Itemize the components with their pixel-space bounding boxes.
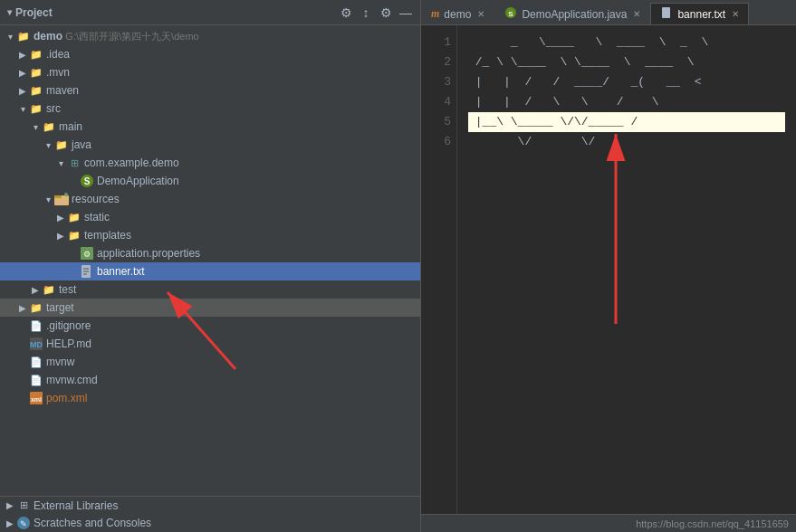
tab-close-m-demo[interactable]: ✕ [477, 9, 484, 19]
tree-item-demoapp[interactable]: S DemoApplication [0, 172, 420, 190]
tab-label-m-demo: demo [444, 8, 471, 21]
code-line-1: _ \____ \ ____ \ _ \ [468, 33, 785, 52]
svg-text:S: S [509, 10, 514, 18]
icon-folder-java: 📁 [54, 138, 69, 152]
tree-item-ext-libs[interactable]: ▶ ⊞ External Libraries [0, 496, 420, 514]
tree-item-scratches[interactable]: ▶ ✎ Scratches and Consoles [0, 514, 420, 532]
label-helpmd: HELP.md [46, 337, 91, 350]
tree-item-templates[interactable]: ▶ 📁 templates [0, 226, 420, 244]
label-bannertxt: banner.txt [97, 265, 145, 278]
tree-item-idea[interactable]: ▶ 📁 .idea [0, 45, 420, 63]
label-target: target [46, 301, 74, 314]
svg-rect-3 [54, 195, 62, 198]
arrow-static: ▶ [54, 213, 67, 223]
label-resources: resources [72, 193, 120, 205]
label-mvn: .mvn [46, 66, 70, 79]
panel-action-gear1[interactable]: ⚙ [339, 5, 353, 20]
arrow-java: ▾ [42, 140, 54, 150]
tree-item-main[interactable]: ▾ 📁 main [0, 118, 420, 136]
tree-item-static[interactable]: ▶ 📁 static [0, 208, 420, 226]
label-java: java [72, 138, 91, 151]
tree-item-target[interactable]: ▶ 📁 target [0, 299, 420, 317]
tree-item-maven[interactable]: ▶ 📁 maven [0, 81, 420, 100]
editor-tabs: m demo ✕ S DemoApplication.java ✕ banner… [421, 0, 796, 25]
tree-item-mvnw[interactable]: 📄 mvnw [0, 353, 420, 371]
arrow-resources: ▾ [42, 195, 54, 204]
icon-mvnwcmd: 📄 [29, 373, 43, 387]
label-main: main [59, 120, 82, 133]
tree-item-test[interactable]: ▶ 📁 test [0, 280, 420, 299]
icon-pomxml: xml [29, 391, 43, 405]
icon-folder-idea: 📁 [29, 47, 43, 62]
code-area[interactable]: _ \____ \ ____ \ _ \ /_ \ \____ \ \____ … [457, 25, 796, 514]
tree-item-bannertxt[interactable]: banner.txt [0, 262, 420, 280]
main-layout: ▾ Project ⚙ ↕ ⚙ — ▾ 📁 demo G:\西部开源\第四十九天… [0, 0, 796, 532]
arrow-mvn: ▶ [16, 68, 29, 78]
label-demoapp: DemoApplication [97, 175, 179, 187]
tree-item-java[interactable]: ▾ 📁 java [0, 136, 420, 154]
right-panel: m demo ✕ S DemoApplication.java ✕ banner… [421, 0, 796, 532]
label-src: src [46, 102, 61, 115]
label-templates: templates [84, 229, 131, 242]
tab-banner-txt[interactable]: banner.txt ✕ [650, 3, 749, 24]
label-mvnw: mvnw [46, 356, 74, 368]
icon-folder-target: 📁 [29, 300, 43, 315]
icon-folder-mvn: 📁 [29, 65, 43, 80]
panel-action-minimize[interactable]: — [398, 5, 413, 20]
icon-folder-resources [54, 192, 69, 206]
label-appprops: application.properties [97, 247, 200, 260]
panel-action-sort[interactable]: ↕ [359, 5, 373, 20]
tab-close-demoapp[interactable]: ✕ [633, 9, 640, 19]
tree-item-pomxml[interactable]: xml pom.xml [0, 389, 420, 407]
code-line-5: |__\ \_____ \/\/_____ / [468, 112, 785, 132]
tab-close-banner[interactable]: ✕ [732, 9, 739, 19]
tree-item-appprops[interactable]: ⚙ application.properties [0, 244, 420, 262]
icon-folder-static: 📁 [67, 210, 82, 224]
icon-gitignore: 📄 [29, 318, 43, 333]
svg-point-4 [64, 193, 68, 196]
label-static: static [84, 211, 110, 223]
icon-mvnw: 📄 [29, 355, 43, 369]
arrow-maven: ▶ [16, 86, 29, 96]
panel-header: ▾ Project ⚙ ↕ ⚙ — [0, 0, 420, 25]
tree-item-helpmd[interactable]: MD HELP.md [0, 335, 420, 353]
code-line-4: | | / \ \ / \ [468, 92, 785, 112]
tab-demoapp-java[interactable]: S DemoApplication.java ✕ [494, 3, 650, 24]
tree-item-gitignore[interactable]: 📄 .gitignore [0, 317, 420, 335]
tree-item-package[interactable]: ▾ ⊞ com.example.demo [0, 154, 420, 172]
arrow-ext-libs: ▶ [4, 500, 16, 510]
tree-item-demo[interactable]: ▾ 📁 demo G:\西部开源\第四十九天\demo [0, 27, 420, 45]
arrow-templates: ▶ [54, 231, 67, 241]
icon-helpmd: MD [29, 337, 43, 351]
panel-actions: ⚙ ↕ ⚙ — [339, 5, 413, 20]
icon-folder-main: 📁 [42, 119, 56, 134]
tab-m-demo[interactable]: m demo ✕ [421, 3, 494, 24]
tab-icon-demoapp: S [504, 6, 517, 22]
icon-folder-maven: 📁 [29, 83, 43, 98]
icon-spring: S [80, 174, 94, 188]
icon-folder-demo: 📁 [16, 29, 31, 43]
watermark: https://blog.csdn.net/qq_41151659 [636, 518, 789, 529]
arrow-src: ▾ [16, 104, 29, 114]
icon-package: ⊞ [67, 156, 82, 170]
label-demo: demo G:\西部开源\第四十九天\demo [34, 30, 199, 43]
panel-title-label: Project [15, 6, 53, 19]
panel-collapse-icon[interactable]: ▾ [7, 7, 12, 17]
svg-text:xml: xml [31, 396, 42, 403]
tab-label-banner: banner.txt [677, 8, 725, 21]
tab-icon-m-demo: m [431, 7, 439, 21]
arrow-target: ▶ [16, 303, 29, 313]
panel-action-gear2[interactable]: ⚙ [379, 5, 393, 20]
icon-folder-templates: 📁 [67, 228, 82, 242]
arrow-package: ▾ [54, 158, 67, 168]
svg-rect-21 [662, 7, 670, 18]
label-mvnwcmd: mvnw.cmd [46, 374, 98, 386]
tree-item-mvn[interactable]: ▶ 📁 .mvn [0, 63, 420, 81]
tree-item-resources[interactable]: ▾ resources [0, 190, 420, 208]
file-tree[interactable]: ▾ 📁 demo G:\西部开源\第四十九天\demo ▶ 📁 .idea ▶ … [0, 25, 420, 496]
tree-item-src[interactable]: ▾ 📁 src [0, 100, 420, 118]
code-line-2: /_ \ \____ \ \____ \ ____ \ [468, 52, 785, 72]
tree-item-mvnwcmd[interactable]: 📄 mvnw.cmd [0, 371, 420, 389]
arrow-scratches: ▶ [4, 518, 16, 528]
arrow-main: ▾ [29, 122, 42, 132]
